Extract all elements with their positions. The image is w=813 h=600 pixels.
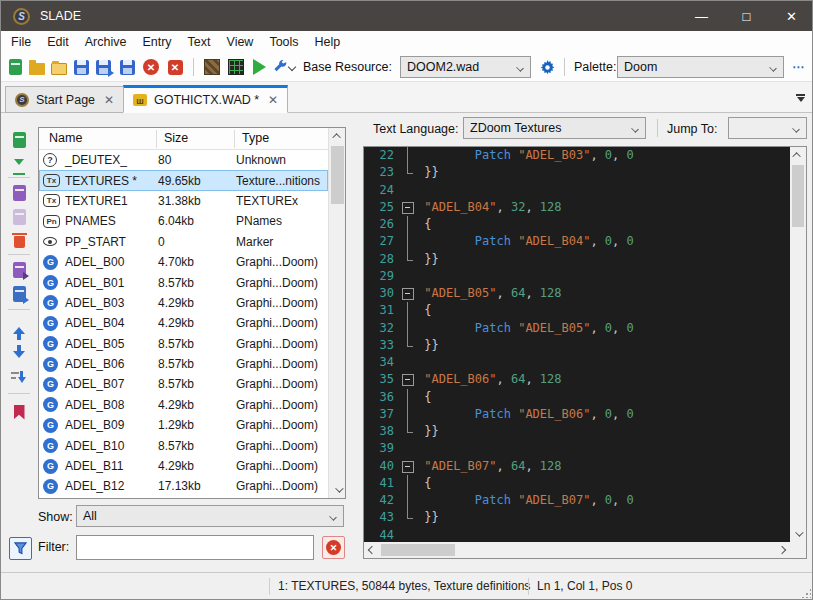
cell-type: Graphi...Doom) (236, 255, 318, 269)
menu-archive[interactable]: Archive (77, 33, 135, 51)
move-down-button[interactable] (10, 345, 28, 363)
fold-collapse-icon[interactable] (400, 371, 417, 388)
scroll-left-icon[interactable] (364, 542, 380, 558)
new-entry-button[interactable] (10, 131, 28, 149)
base-resource-value: DOOM2.wad (407, 60, 479, 74)
entry-row-adel-b10[interactable]: GADEL_B108.57kbGraphi...Doom) (39, 435, 328, 455)
panel-separator (657, 119, 658, 137)
status-separator (528, 578, 529, 595)
new-archive-button[interactable] (6, 58, 24, 76)
save-as-button[interactable] (94, 58, 112, 76)
move-up-button[interactable] (10, 321, 28, 339)
menu-tools[interactable]: Tools (261, 33, 306, 51)
save-button[interactable] (72, 58, 90, 76)
tab-close-icon[interactable]: ✕ (104, 93, 114, 107)
map-editor-button[interactable] (203, 58, 221, 76)
scrollbar-thumb[interactable] (331, 146, 344, 204)
tab-gothictx-wad[interactable]: ш GOTHICTX.WAD * ✕ (123, 85, 288, 113)
entry-row-texture1[interactable]: TxTEXTURE131.38kbTEXTUREx (39, 191, 328, 211)
menu-edit[interactable]: Edit (39, 33, 77, 51)
close-archive-button[interactable]: ✕ (142, 58, 160, 76)
scrollbar-thumb[interactable] (792, 165, 804, 227)
sort-entries-button[interactable] (10, 369, 28, 387)
open-archive-button[interactable] (28, 58, 46, 76)
down-arrow-icon (13, 351, 25, 358)
editor-horizontal-scrollbar[interactable] (364, 542, 790, 558)
entry-row-textures-[interactable]: TxTEXTURES *49.65kbTexture...nitions (39, 170, 328, 190)
entry-row-adel-b07[interactable]: GADEL_B078.57kbGraphi...Doom) (39, 374, 328, 394)
menu-entry[interactable]: Entry (134, 33, 179, 51)
cell-size: 17.13kb (158, 479, 201, 493)
fold-collapse-icon[interactable] (400, 199, 417, 216)
entry-row-pp-start[interactable]: PP_START0Marker (39, 232, 328, 252)
tab-list-button[interactable] (795, 94, 806, 104)
import-files-button[interactable] (10, 155, 28, 173)
fold-collapse-icon[interactable] (400, 285, 417, 302)
entry-list-scrollbar[interactable] (328, 128, 345, 498)
bookmark-button[interactable] (10, 403, 28, 421)
tab-start-page[interactable]: S Start Page ✕ (5, 86, 124, 113)
entry-row-adel-b06[interactable]: GADEL_B068.57kbGraphi...Doom) (39, 354, 328, 374)
rename-each-button[interactable] (10, 208, 28, 226)
base-resource-settings-button[interactable] (538, 58, 556, 76)
save-icon (74, 60, 89, 75)
scroll-up-icon[interactable] (329, 128, 346, 144)
run-archive-button[interactable] (250, 58, 268, 76)
column-separator[interactable] (234, 130, 235, 148)
entry-row-adel-b01[interactable]: GADEL_B018.57kbGraphi...Doom) (39, 272, 328, 292)
close-all-button[interactable]: ✕ (166, 58, 184, 76)
text-language-select[interactable]: ZDoom Textures (463, 117, 646, 139)
clear-filter-button[interactable]: ✕ (322, 536, 345, 559)
entry-row-pnames[interactable]: PnPNAMES6.04kbPNames (39, 211, 328, 231)
close-button[interactable]: ✕ (769, 1, 813, 31)
entry-row-adel-b04[interactable]: GADEL_B044.29kbGraphi...Doom) (39, 313, 328, 333)
code-area[interactable]: 22 Patch "ADEL_B03", 0, 023 }}2425 "ADEL… (364, 147, 790, 542)
column-header-type[interactable]: Type (242, 131, 269, 145)
menu-view[interactable]: View (219, 33, 262, 51)
toolbar-overflow-button[interactable]: ⋯ (790, 58, 806, 76)
save-all-button[interactable] (118, 58, 136, 76)
maximize-button[interactable]: □ (724, 1, 769, 31)
fold-collapse-icon[interactable] (400, 458, 417, 475)
resize-grip[interactable] (801, 588, 811, 598)
palette-select[interactable]: Doom (617, 56, 784, 78)
editor-vertical-scrollbar[interactable] (790, 147, 806, 542)
entry-row-adel-b05[interactable]: GADEL_B058.57kbGraphi...Doom) (39, 334, 328, 354)
fold-guide (400, 216, 417, 233)
open-directory-button[interactable] (50, 58, 68, 76)
rename-entry-button[interactable] (10, 184, 28, 202)
tab-close-icon[interactable]: ✕ (268, 93, 278, 107)
menu-help[interactable]: Help (307, 33, 349, 51)
column-separator[interactable] (156, 130, 157, 148)
menu-file[interactable]: File (3, 33, 39, 51)
scrollbar-thumb[interactable] (381, 544, 455, 556)
filter-input[interactable] (76, 535, 314, 560)
base-resource-select[interactable]: DOOM2.wad (400, 56, 531, 78)
cell-size: 31.38kb (158, 194, 201, 208)
scroll-right-icon[interactable] (774, 542, 790, 558)
show-select[interactable]: All (76, 505, 344, 527)
maintenance-dropdown[interactable] (287, 58, 297, 76)
entry-row-adel-b00[interactable]: GADEL_B004.70kbGraphi...Doom) (39, 252, 328, 272)
entry-row-adel-b09[interactable]: GADEL_B091.29kbGraphi...Doom) (39, 415, 328, 435)
jump-to-select[interactable] (728, 117, 807, 139)
import-entry-button[interactable] (10, 261, 28, 279)
entry-row-adel-b12[interactable]: GADEL_B1217.13kbGraphi...Doom) (39, 476, 328, 496)
entry-row-adel-b08[interactable]: GADEL_B084.29kbGraphi...Doom) (39, 395, 328, 415)
cell-type: Texture...nitions (236, 174, 320, 188)
menu-text[interactable]: Text (180, 33, 219, 51)
entry-row--deutex-[interactable]: ?_DEUTEX_80Unknown (39, 150, 328, 170)
entry-row-adel-b11[interactable]: GADEL_B114.29kbGraphi...Doom) (39, 456, 328, 476)
line-number: 42 (364, 492, 400, 509)
delete-entry-button[interactable] (10, 231, 28, 249)
scroll-up-icon[interactable] (790, 147, 806, 163)
export-entry-button[interactable] (10, 285, 28, 303)
texture-editor-button[interactable] (227, 58, 245, 76)
entry-row-adel-b03[interactable]: GADEL_B034.29kbGraphi...Doom) (39, 293, 328, 313)
scroll-down-icon[interactable] (329, 482, 346, 498)
minimize-button[interactable]: — (679, 1, 724, 31)
text-editor[interactable]: 22 Patch "ADEL_B03", 0, 023 }}2425 "ADEL… (363, 146, 807, 559)
scroll-down-icon[interactable] (790, 526, 806, 542)
column-header-name[interactable]: Name (49, 131, 82, 145)
column-header-size[interactable]: Size (164, 131, 188, 145)
